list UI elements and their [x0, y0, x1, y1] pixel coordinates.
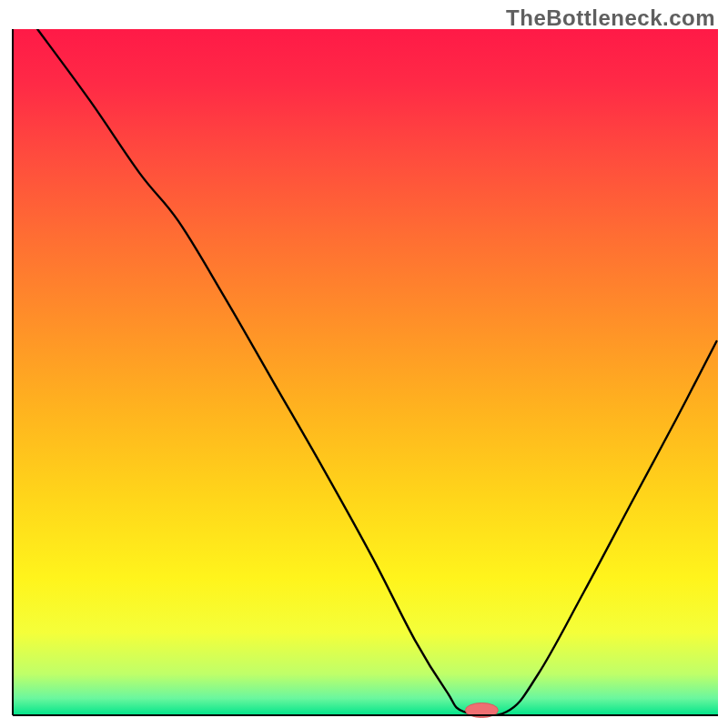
gradient-background	[13, 29, 718, 715]
chart-svg	[0, 0, 728, 728]
watermark-label: TheBottleneck.com	[506, 5, 715, 31]
chart-stage: TheBottleneck.com	[0, 0, 728, 728]
